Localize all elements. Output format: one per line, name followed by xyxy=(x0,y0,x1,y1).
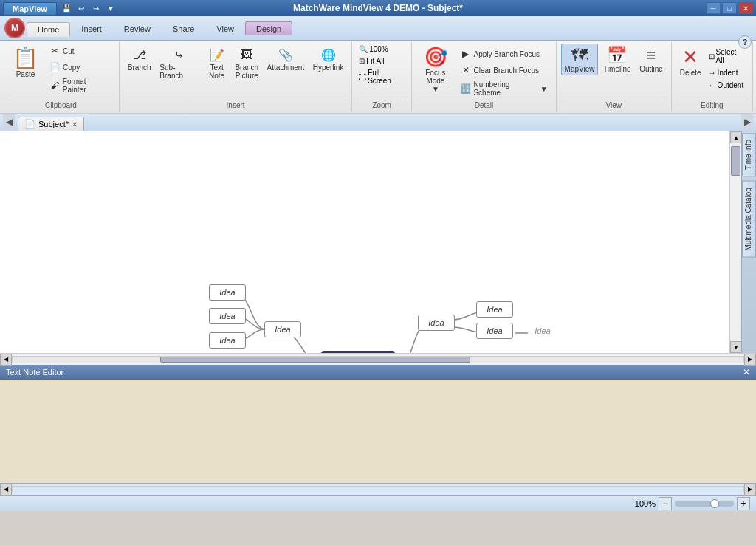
vertical-scrollbar[interactable]: ▲ ▼ xyxy=(729,131,741,353)
text-note-icon: 📝 xyxy=(208,46,226,64)
save-button[interactable]: 💾 xyxy=(60,1,73,15)
zoom-status-controls: 100% − + xyxy=(635,497,750,510)
zoom-slider[interactable] xyxy=(675,501,734,507)
branch-button[interactable]: ⎇ Branch xyxy=(124,44,154,74)
scroll-right-button[interactable]: ▶ xyxy=(744,354,756,366)
tab-view[interactable]: View xyxy=(205,21,245,35)
clear-branch-focus-button[interactable]: ✕ Clear Branch Focus xyxy=(456,63,551,78)
zoom-in-button[interactable]: + xyxy=(737,497,750,510)
scroll-track[interactable] xyxy=(730,143,741,341)
fit-all-button[interactable]: ⊞ Fit All xyxy=(357,55,407,66)
tab-close-button[interactable]: ✕ xyxy=(72,120,78,128)
hscroll-thumb[interactable] xyxy=(160,357,470,363)
mapview-button[interactable]: 🗺 MapView xyxy=(561,44,599,75)
delete-icon: ✕ xyxy=(682,46,698,69)
full-screen-button[interactable]: ⛶ Full Screen xyxy=(357,67,407,86)
close-button[interactable]: ✕ xyxy=(738,2,753,14)
text-note-editor: Text Note Editor ✕ xyxy=(0,365,756,483)
mapview-tab[interactable]: MapView xyxy=(3,2,57,15)
idea-node-1[interactable]: Idea xyxy=(209,284,246,301)
undo-button[interactable]: ↩ xyxy=(75,1,88,15)
quick-access-dropdown[interactable]: ▼ xyxy=(104,1,117,15)
minimize-button[interactable]: ─ xyxy=(706,2,721,14)
multimedia-catalog-panel[interactable]: Multimedia Catalog xyxy=(742,181,756,258)
zoom-slider-thumb[interactable] xyxy=(710,499,719,508)
tab-bar: ◀ 📄 Subject* ✕ ▶ xyxy=(0,114,756,131)
help-button[interactable]: ? xyxy=(738,35,752,49)
idea-node-8[interactable]: Idea xyxy=(524,323,561,339)
tab-insert[interactable]: Insert xyxy=(70,21,113,35)
idea-node-6[interactable]: Idea xyxy=(476,301,513,318)
timeline-button[interactable]: 📅 Timeline xyxy=(599,44,634,75)
branch-picture-button[interactable]: 🖼 BranchPicture xyxy=(232,44,262,82)
maximize-button[interactable]: □ xyxy=(722,2,737,14)
branch-picture-icon: 🖼 xyxy=(238,46,255,64)
redo-button[interactable]: ↪ xyxy=(89,1,103,15)
horizontal-scrollbar[interactable]: ◀ ▶ xyxy=(0,353,756,365)
mindmap-canvas[interactable]: Subject Idea Idea Idea Idea Idea Idea Id… xyxy=(0,131,729,353)
select-all-button[interactable]: ⊡ Select All xyxy=(707,47,748,66)
hyperlink-icon: 🌐 xyxy=(320,46,337,64)
canvas-area: Subject Idea Idea Idea Idea Idea Idea Id… xyxy=(0,131,756,353)
bottom-scroll-left-button[interactable]: ◀ xyxy=(0,484,12,496)
insert-content: ⎇ Branch ⤷ Sub-Branch 📝 TextNote 🖼 Branc… xyxy=(124,44,347,98)
format-painter-button[interactable]: 🖌 Format Painter xyxy=(45,76,114,95)
subject-node[interactable]: Subject xyxy=(321,351,395,353)
full-screen-icon: ⛶ xyxy=(359,73,366,81)
document-tab[interactable]: 📄 Subject* ✕ xyxy=(18,117,84,131)
clipboard-content: 📋 Paste ✂ Cut 📄 Copy 🖌 Format Painter xyxy=(7,44,114,98)
indent-button[interactable]: → Indent xyxy=(707,67,748,78)
scroll-down-button[interactable]: ▼ xyxy=(730,341,742,353)
fit-all-icon: ⊞ xyxy=(359,57,365,65)
text-note-button[interactable]: 📝 TextNote xyxy=(204,44,230,82)
hyperlink-button[interactable]: 🌐 Hyperlink xyxy=(309,44,347,74)
document-icon: 📄 xyxy=(24,119,35,129)
scroll-up-button[interactable]: ▲ xyxy=(730,131,742,143)
sub-branch-button[interactable]: ⤷ Sub-Branch xyxy=(156,44,202,82)
scroll-thumb[interactable] xyxy=(731,146,740,176)
cut-button[interactable]: ✂ Cut xyxy=(45,44,114,58)
time-info-panel[interactable]: Time Info xyxy=(742,133,756,176)
hscroll-track[interactable] xyxy=(12,356,744,363)
detail-content: 🎯 FocusMode ▼ ▶ Apply Branch Focus ✕ Cle… xyxy=(416,44,551,98)
branch-icon: ⎇ xyxy=(131,46,148,64)
ribbon-group-zoom: 🔍 100% ⊞ Fit All ⛶ Full Screen Zoom xyxy=(352,42,412,112)
bottom-hscroll-track[interactable] xyxy=(12,486,744,493)
ribbon-group-insert: ⎇ Branch ⤷ Sub-Branch 📝 TextNote 🖼 Branc… xyxy=(120,42,352,112)
apply-branch-icon: ▶ xyxy=(460,48,472,60)
paste-button[interactable]: 📋 Paste xyxy=(7,44,44,80)
focus-mode-button[interactable]: 🎯 FocusMode ▼ xyxy=(416,44,454,95)
text-note-close-button[interactable]: ✕ xyxy=(743,367,750,377)
clipboard-label: Clipboard xyxy=(7,100,114,110)
idea-node-7[interactable]: Idea xyxy=(476,323,513,339)
ribbon-group-editing: ✕ Delete ⊡ Select All → Indent ← Outdent… xyxy=(672,42,753,112)
text-note-content[interactable] xyxy=(0,380,756,483)
tab-nav-left[interactable]: ◀ xyxy=(3,114,15,129)
outline-button[interactable]: ≡ Outline xyxy=(636,44,666,75)
tab-review[interactable]: Review xyxy=(113,21,162,35)
idea-node-group1[interactable]: Idea xyxy=(264,321,301,337)
bottom-scroll-right-button[interactable]: ▶ xyxy=(744,484,756,496)
idea-node-2[interactable]: Idea xyxy=(209,308,246,324)
bottom-horizontal-scrollbar[interactable]: ◀ ▶ xyxy=(0,483,756,495)
copy-button[interactable]: 📄 Copy xyxy=(45,60,114,75)
zoom-out-button[interactable]: − xyxy=(659,497,672,510)
numbering-scheme-button[interactable]: 🔢 Numbering Scheme ▼ xyxy=(456,79,551,98)
copy-icon: 📄 xyxy=(49,61,61,73)
idea-node-5[interactable]: Idea xyxy=(418,315,455,331)
tab-share[interactable]: Share xyxy=(162,21,205,35)
scroll-left-button[interactable]: ◀ xyxy=(0,354,12,366)
attachment-button[interactable]: 📎 Attachment xyxy=(264,44,308,74)
delete-button[interactable]: ✕ Delete xyxy=(676,44,705,79)
zoom-percent-button[interactable]: 🔍 100% xyxy=(357,44,407,55)
tab-nav-right[interactable]: ▶ xyxy=(741,114,753,129)
side-panels: Time Info Multimedia Catalog xyxy=(741,131,756,353)
mapview-icon: 🗺 xyxy=(571,46,588,65)
focus-mode-icon: 🎯 xyxy=(424,46,447,69)
idea-node-3[interactable]: Idea xyxy=(209,332,246,349)
office-button[interactable]: M xyxy=(4,18,25,38)
tab-home[interactable]: Home xyxy=(27,22,70,37)
outdent-button[interactable]: ← Outdent xyxy=(707,80,748,91)
tab-design[interactable]: Design xyxy=(245,21,292,35)
apply-branch-focus-button[interactable]: ▶ Apply Branch Focus xyxy=(456,47,551,61)
